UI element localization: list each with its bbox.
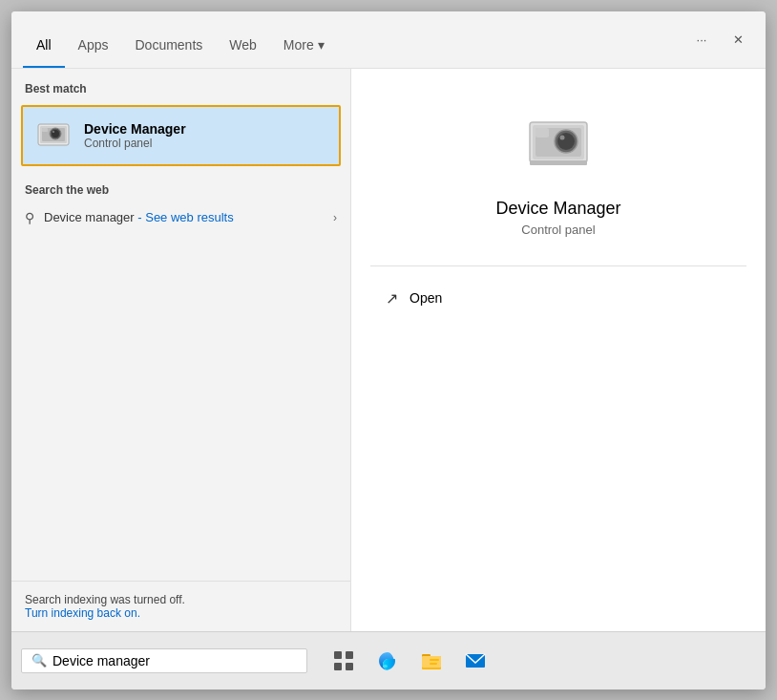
best-match-item[interactable]: Device Manager Control panel xyxy=(21,105,341,166)
svg-rect-17 xyxy=(334,663,342,670)
tab-web[interactable]: Web xyxy=(216,20,270,68)
web-section-label: Search the web xyxy=(11,170,350,202)
svg-rect-6 xyxy=(42,128,48,132)
svg-rect-13 xyxy=(536,128,549,138)
web-search-item[interactable]: ⚲ Device manager - See web results › xyxy=(13,202,348,233)
action-divider xyxy=(370,265,746,266)
chevron-down-icon: ▾ xyxy=(318,37,325,53)
taskbar-icons xyxy=(323,640,496,682)
svg-rect-16 xyxy=(346,651,353,659)
svg-rect-23 xyxy=(430,659,439,661)
action-open[interactable]: ↗ Open xyxy=(370,282,746,315)
app-large-title: Device Manager xyxy=(495,199,620,219)
close-button[interactable]: ✕ xyxy=(722,23,754,55)
header: All Apps Documents Web More ▾ ··· ✕ xyxy=(11,11,766,69)
svg-point-12 xyxy=(560,135,565,139)
tab-documents[interactable]: Documents xyxy=(121,20,216,68)
left-panel: Best match xyxy=(11,69,350,631)
tab-list: All Apps Documents Web More ▾ xyxy=(23,11,685,68)
file-explorer-button[interactable] xyxy=(410,640,452,682)
turn-on-indexing-link[interactable]: Turn indexing back on. xyxy=(25,606,140,620)
best-match-subtitle: Control panel xyxy=(84,137,186,150)
web-search-text: Device manager - See web results xyxy=(44,210,324,224)
svg-rect-24 xyxy=(430,663,437,665)
app-large-icon xyxy=(520,107,597,183)
tab-apps[interactable]: Apps xyxy=(65,20,122,68)
edge-browser-button[interactable] xyxy=(367,640,409,682)
device-manager-icon xyxy=(34,117,73,155)
svg-rect-18 xyxy=(346,663,353,670)
svg-rect-15 xyxy=(334,651,342,659)
right-panel: Device Manager Control panel ↗ Open xyxy=(350,69,766,631)
best-match-label: Best match xyxy=(11,69,350,101)
main-content: Best match xyxy=(11,69,766,631)
action-open-label: Open xyxy=(410,290,442,306)
chevron-right-icon: › xyxy=(333,211,337,224)
ellipsis-button[interactable]: ··· xyxy=(685,23,718,55)
web-query: Device manager xyxy=(44,210,135,224)
header-actions: ··· ✕ xyxy=(685,23,754,55)
search-bar-icon: 🔍 xyxy=(32,653,47,668)
search-small-icon: ⚲ xyxy=(25,210,34,225)
web-see-results: - See web results xyxy=(137,210,233,224)
search-bar: 🔍 xyxy=(11,631,766,689)
app-large-subtitle: Control panel xyxy=(521,223,595,237)
mail-button[interactable] xyxy=(454,640,496,682)
svg-rect-22 xyxy=(422,656,441,668)
svg-point-5 xyxy=(52,131,54,133)
left-footer: Search indexing was turned off. Turn ind… xyxy=(11,581,350,631)
best-match-title: Device Manager xyxy=(84,121,186,137)
task-view-button[interactable] xyxy=(323,640,365,682)
svg-point-4 xyxy=(52,130,59,138)
best-match-text: Device Manager Control panel xyxy=(84,121,186,150)
search-input-wrapper[interactable]: 🔍 xyxy=(21,648,307,673)
tab-more[interactable]: More ▾ xyxy=(270,20,338,68)
tab-all[interactable]: All xyxy=(23,20,65,68)
open-icon: ↗ xyxy=(386,289,398,308)
search-window: All Apps Documents Web More ▾ ··· ✕ Best… xyxy=(11,11,766,689)
svg-rect-14 xyxy=(530,160,587,165)
svg-point-11 xyxy=(557,133,575,150)
indexing-status-text: Search indexing was turned off. xyxy=(25,593,337,606)
search-input[interactable] xyxy=(52,653,297,668)
svg-point-19 xyxy=(383,665,388,668)
